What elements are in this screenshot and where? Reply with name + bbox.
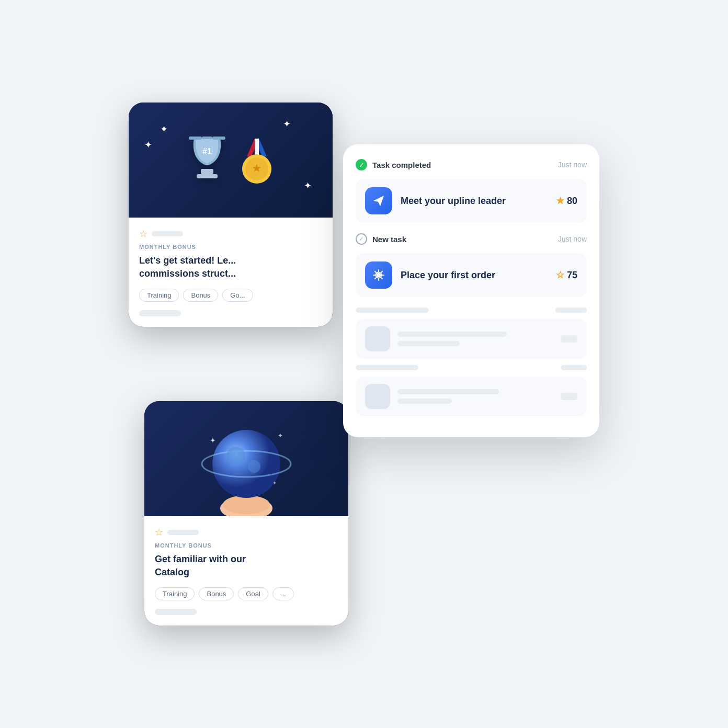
skel-row-1 <box>356 308 587 313</box>
task-icon-gear <box>365 261 392 289</box>
svg-text:#1: #1 <box>202 147 212 156</box>
svg-rect-0 <box>201 169 213 174</box>
svg-rect-4 <box>189 136 202 140</box>
skel-task-row-1 <box>356 319 587 359</box>
tag-row-bottom: Training Bonus Goal ... <box>155 587 338 600</box>
skel-dots-2 <box>561 393 577 400</box>
card-bottom-title: Get familiar with ourCatalog <box>155 553 338 579</box>
skel-icon-1 <box>365 326 390 351</box>
skel-bar-3 <box>356 365 418 370</box>
task-points-upline: ★ 80 <box>556 195 577 207</box>
card-top-image: ✦ ✦ ✦ ✦ #1 <box>129 103 333 218</box>
check-icon-green: ✓ <box>356 159 367 170</box>
task-card-order[interactable]: Place your first order ☆ 75 <box>356 253 587 297</box>
new-task-row: ✓ New task Just now <box>356 233 587 245</box>
star-icon: ☆ <box>139 228 147 240</box>
task-title-order: Place your first order <box>401 270 548 281</box>
monthly-label: MONTHLY BONUS <box>139 244 322 250</box>
tag-more-b[interactable]: ... <box>272 587 294 600</box>
notif-completed-left: ✓ Task completed <box>356 159 431 170</box>
tag-goal-b[interactable]: Goal <box>238 587 268 600</box>
star-outline-icon: ☆ <box>556 269 564 281</box>
notif-new-left: ✓ New task <box>356 233 406 245</box>
skel-icon-2 <box>365 384 390 409</box>
svg-rect-3 <box>202 136 212 139</box>
card-bottom-body: ☆ MONTHLY BONUS Get familiar with ourCat… <box>144 516 348 625</box>
tag-training[interactable]: Training <box>139 289 179 302</box>
card-bottom-image: ✦ ✦ ✦ <box>144 401 348 516</box>
card-star-bar: ☆ <box>139 228 322 240</box>
skeleton-bar-bottom <box>167 530 199 535</box>
sparkle-icon: ✦ <box>160 123 168 135</box>
skel-title-bar-1 <box>397 332 507 337</box>
svg-point-14 <box>212 430 280 498</box>
svg-text:✦: ✦ <box>278 432 283 439</box>
trophy-area: #1 ★ <box>186 132 275 188</box>
sparkle-icon-3: ✦ <box>304 180 312 191</box>
card-bottom: ✦ ✦ ✦ ☆ MONTHLY BONUS Get familiar with … <box>144 401 348 625</box>
svg-text:★: ★ <box>252 162 262 175</box>
card-top: ✦ ✦ ✦ ✦ #1 <box>129 103 333 327</box>
points-value-upline: 80 <box>567 196 577 207</box>
monthly-label-bottom: MONTHLY BONUS <box>155 542 338 549</box>
notification-panel: ✓ Task completed Just now Meet your upli… <box>343 144 599 437</box>
task-card-upline[interactable]: Meet your upline leader ★ 80 <box>356 179 587 223</box>
task-completed-label: Task completed <box>372 161 431 169</box>
svg-point-16 <box>226 447 245 465</box>
card-top-body: ☆ MONTHLY BONUS Let's get started! Le...… <box>129 218 333 327</box>
svg-point-13 <box>223 495 270 514</box>
svg-text:✦: ✦ <box>272 480 277 486</box>
tag-bonus-b[interactable]: Bonus <box>199 587 234 600</box>
card-footer-skeleton <box>139 310 181 316</box>
card-bottom-star-bar: ☆ <box>155 527 338 538</box>
task-icon-send <box>365 187 392 214</box>
task-points-order: ☆ 75 <box>556 269 577 281</box>
card-top-title: Let's get started! Le...commissions stru… <box>139 254 322 280</box>
card-bottom-footer-skeleton <box>155 609 197 615</box>
svg-rect-5 <box>212 136 225 140</box>
points-value-order: 75 <box>567 270 577 281</box>
tag-row-top: Training Bonus Go... <box>139 289 322 302</box>
skel-sub-bar-1 <box>397 341 460 346</box>
tag-goal[interactable]: Go... <box>222 289 253 302</box>
check-icon-outline: ✓ <box>356 233 367 245</box>
new-task-label: New task <box>372 235 406 244</box>
tag-bonus[interactable]: Bonus <box>183 289 218 302</box>
star-icon-bottom: ☆ <box>155 527 163 538</box>
skel-title-bar-2 <box>397 389 499 394</box>
star-filled-icon: ★ <box>556 195 564 207</box>
tag-training-b[interactable]: Training <box>155 587 195 600</box>
skel-content-2 <box>397 389 553 404</box>
svg-point-21 <box>377 273 381 277</box>
skeleton-bar <box>152 231 183 236</box>
trophy-icon: #1 <box>186 132 228 188</box>
skel-bar-1 <box>356 308 429 313</box>
skeleton-section <box>356 308 587 416</box>
skel-task-row-2 <box>356 377 587 416</box>
medal-icon: ★ <box>238 139 275 188</box>
skel-row-2 <box>356 365 587 370</box>
sparkle-icon-4: ✦ <box>283 118 291 130</box>
task-completed-time: Just now <box>558 161 587 169</box>
task-title-upline: Meet your upline leader <box>401 196 548 207</box>
skel-bar-2 <box>555 308 587 313</box>
svg-text:✦: ✦ <box>210 436 216 445</box>
skel-content-1 <box>397 332 553 346</box>
sparkle-icon-2: ✦ <box>144 139 152 151</box>
svg-point-17 <box>248 460 260 473</box>
skel-sub-bar-2 <box>397 399 452 404</box>
new-task-time: Just now <box>558 235 587 243</box>
scene: ✦ ✦ ✦ ✦ #1 <box>129 103 599 625</box>
task-completed-row: ✓ Task completed Just now <box>356 159 587 170</box>
skel-bar-4 <box>561 365 587 370</box>
svg-rect-1 <box>197 174 218 178</box>
skel-dots-1 <box>561 335 577 343</box>
